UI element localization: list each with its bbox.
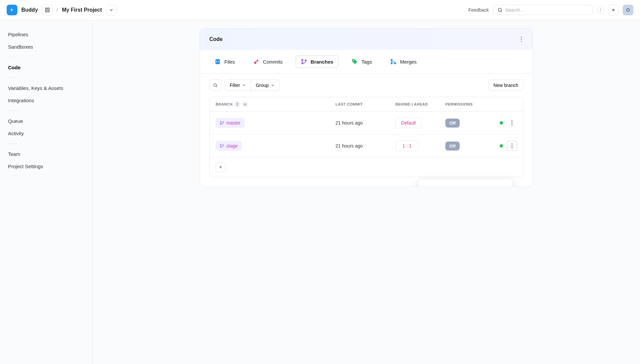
svg-point-15 <box>302 59 303 61</box>
sidebar-item-code[interactable]: Code <box>0 61 92 74</box>
th-branch[interactable]: BRANCH ▲▼ ✕ <box>216 101 336 107</box>
tab-branches-label: Branches <box>311 59 333 65</box>
svg-point-29 <box>511 124 512 125</box>
permissions-badge[interactable]: Off <box>445 142 460 151</box>
sidebar-item-variables[interactable]: Variables, Keys & Assets <box>0 82 92 94</box>
last-commit: 21 hours ago <box>336 143 396 149</box>
layout: Pipelines Sandboxes Code Variables, Keys… <box>0 20 640 364</box>
brand-name[interactable]: Buddy <box>21 7 38 13</box>
tab-tags-label: Tags <box>361 59 372 65</box>
status-dot <box>500 144 503 148</box>
sidebar-item-project-settings[interactable]: Project Settings <box>0 160 92 173</box>
sidebar-divider <box>8 111 17 111</box>
search-box[interactable] <box>493 5 593 15</box>
svg-point-13 <box>257 60 258 61</box>
project-name[interactable]: My First Project <box>62 7 102 13</box>
svg-point-22 <box>214 84 216 86</box>
branch-pill[interactable]: stage <box>216 141 242 151</box>
svg-point-28 <box>511 122 512 123</box>
avatar[interactable]: O <box>623 5 633 15</box>
branch-actions-dropdown: Merge... Limit write access... Tag branc… <box>418 179 513 187</box>
sidebar-item-team[interactable]: Team <box>0 148 92 160</box>
sidebar-item-pipelines[interactable]: Pipelines <box>0 28 92 41</box>
svg-point-27 <box>511 120 512 121</box>
new-branch-button[interactable]: New branch <box>488 80 523 91</box>
th-actions <box>490 101 517 107</box>
tab-merges-label: Merges <box>400 59 417 65</box>
chevron-down-icon <box>242 83 246 87</box>
filter-group-buttons: Filter Group <box>225 80 280 91</box>
last-commit: 21 hours ago <box>336 120 396 126</box>
toolbar-left: Filter Group <box>209 80 280 91</box>
header-right: Feedback / O <box>468 5 633 15</box>
svg-point-21 <box>394 63 396 64</box>
svg-rect-1 <box>48 8 49 10</box>
sidebar-item-sandboxes[interactable]: Sandboxes <box>0 41 92 53</box>
feedback-link[interactable]: Feedback <box>468 7 489 13</box>
branch-name: master <box>226 120 241 126</box>
sidebar-divider <box>8 144 17 144</box>
branch-icon <box>220 144 224 148</box>
row-actions <box>490 141 517 151</box>
toolbar-search-button[interactable] <box>209 80 221 91</box>
code-tabs: Files Commits Branches <box>200 50 533 74</box>
workspace-switcher-button[interactable] <box>42 5 53 15</box>
card-menu-button[interactable] <box>519 35 523 43</box>
clear-sort-button[interactable]: ✕ <box>242 102 248 107</box>
filter-label: Filter <box>230 83 240 88</box>
row-more-button[interactable] <box>507 141 517 151</box>
add-button[interactable] <box>608 5 619 15</box>
sidebar-item-activity[interactable]: Activity <box>0 127 92 140</box>
buddy-logo[interactable] <box>7 5 17 15</box>
add-branch-button[interactable]: + <box>216 162 226 172</box>
main: Code Files Commits <box>93 20 640 364</box>
sidebar: Pipelines Sandboxes Code Variables, Keys… <box>0 20 93 364</box>
tab-merges[interactable]: Merges <box>385 55 422 68</box>
sidebar-item-integrations[interactable]: Integrations <box>0 94 92 107</box>
breadcrumb-separator: / <box>57 7 58 13</box>
sort-icon[interactable]: ▲▼ <box>235 101 240 107</box>
search-icon <box>497 7 503 13</box>
svg-point-4 <box>498 8 501 11</box>
svg-point-24 <box>220 121 221 122</box>
permissions-badge[interactable]: Off <box>445 119 460 128</box>
svg-point-33 <box>511 143 512 144</box>
tab-tags[interactable]: Tags <box>346 55 377 68</box>
tab-commits-label: Commits <box>263 59 283 65</box>
branch-pill[interactable]: master <box>216 118 245 128</box>
th-last-commit[interactable]: LAST COMMIT <box>336 101 396 107</box>
filter-button[interactable]: Filter <box>225 80 251 91</box>
merges-icon <box>390 58 397 65</box>
files-icon <box>214 58 221 65</box>
svg-point-3 <box>48 10 49 12</box>
project-dropdown-button[interactable] <box>106 5 117 15</box>
dropdown-merge[interactable]: Merge... <box>418 183 512 187</box>
sidebar-item-queue[interactable]: Queue <box>0 115 92 127</box>
new-branch-label: New branch <box>493 83 518 88</box>
group-button[interactable]: Group <box>251 80 280 91</box>
svg-point-18 <box>353 60 354 61</box>
behind-ahead-badge[interactable]: 1 : 1 <box>395 141 418 151</box>
svg-point-31 <box>220 147 221 148</box>
svg-point-10 <box>521 41 522 42</box>
row-more-button[interactable] <box>507 118 517 128</box>
svg-point-35 <box>511 147 512 148</box>
sidebar-divider <box>8 78 17 78</box>
svg-rect-0 <box>45 8 47 10</box>
tab-files[interactable]: Files <box>209 55 240 68</box>
th-behind-ahead[interactable]: BEHIND | AHEAD <box>395 101 445 107</box>
tab-commits[interactable]: Commits <box>248 55 288 68</box>
app-header: Buddy / My First Project Feedback / O <box>0 0 640 20</box>
row-actions <box>490 118 517 128</box>
th-permissions[interactable]: PERMISSIONS <box>445 101 490 107</box>
tab-branches[interactable]: Branches <box>296 55 338 68</box>
search-input[interactable] <box>505 7 589 13</box>
commits-icon <box>253 58 260 65</box>
svg-point-8 <box>521 37 522 38</box>
branches-toolbar: Filter Group New branch <box>200 74 533 97</box>
branch-icon <box>220 121 224 125</box>
svg-line-5 <box>501 11 502 12</box>
tags-icon <box>351 58 358 65</box>
svg-point-20 <box>391 63 392 64</box>
svg-point-25 <box>220 124 221 125</box>
